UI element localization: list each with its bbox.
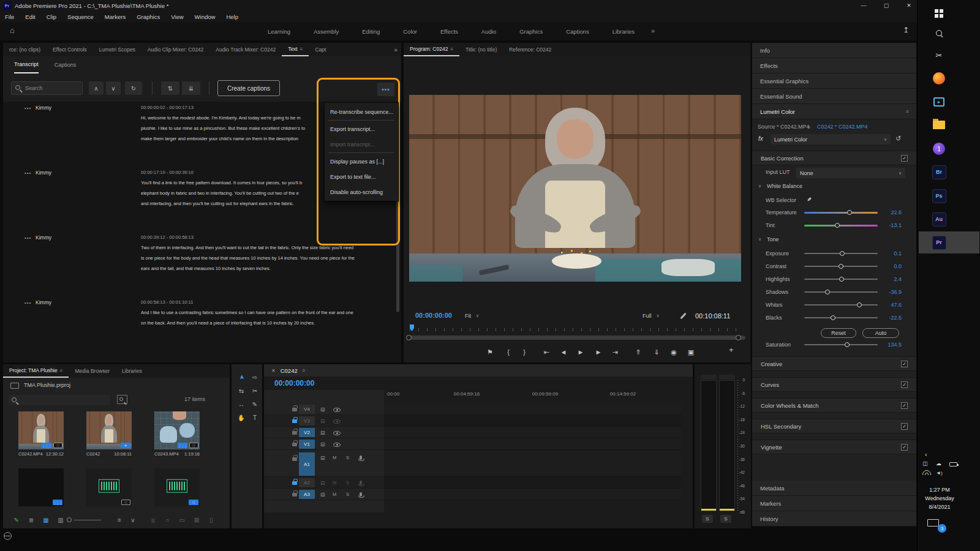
- step-back-icon[interactable]: ◄: [557, 345, 570, 359]
- list-view-icon[interactable]: ≣: [25, 514, 37, 525]
- panel-tab-metadata[interactable]: Metadata: [752, 481, 916, 496]
- automate-to-sequence-icon[interactable]: |||: [147, 514, 159, 525]
- panel-tab-audio-track-mixer-c0242[interactable]: Audio Track Mixer: C0242: [209, 43, 282, 56]
- monitor-tab-title-no-title-[interactable]: Title: (no title): [459, 43, 503, 56]
- track-content-a3[interactable]: [384, 489, 681, 500]
- slider-track[interactable]: [804, 225, 878, 227]
- split-caption-icon[interactable]: ⇅: [161, 81, 179, 95]
- segment-options-icon[interactable]: •••: [24, 105, 31, 111]
- menu-item-disable-auto-scrolling[interactable]: Disable auto-scrolling: [325, 184, 398, 200]
- playback-resolution-dropdown[interactable]: Full∨: [643, 310, 660, 321]
- menu-item-export-to-text-file-[interactable]: Export to text file...: [325, 169, 398, 184]
- panel-menu-icon[interactable]: ≡: [300, 47, 303, 52]
- sync-lock-icon[interactable]: ⊟: [320, 418, 325, 424]
- sync-lock-icon[interactable]: ⊟: [320, 407, 325, 413]
- voiceover-record-icon[interactable]: [360, 481, 362, 485]
- clip-name[interactable]: C0243.MP4: [154, 451, 179, 457]
- zoom-fit-dropdown[interactable]: Fit∨: [465, 310, 479, 321]
- checkbox-icon[interactable]: ✓: [901, 444, 908, 451]
- sync-lock-icon[interactable]: ⊟: [320, 441, 325, 448]
- panel-tab-effect-controls[interactable]: Effect Controls: [47, 43, 93, 56]
- section-color-wheels-match[interactable]: Color Wheels & Match✓: [752, 398, 916, 413]
- sequence-tab[interactable]: C0242: [281, 367, 298, 374]
- slider-track[interactable]: [804, 344, 878, 345]
- firefox-icon[interactable]: [930, 70, 948, 87]
- slider-value-shadows[interactable]: -36.9: [878, 289, 902, 295]
- snipping-tool-icon[interactable]: ✂: [930, 47, 948, 64]
- add-marker-icon[interactable]: ⚑: [483, 345, 497, 359]
- chevron-down-icon[interactable]: ∨: [758, 237, 761, 242]
- segment-options-icon[interactable]: •••: [24, 300, 31, 305]
- maximize-button[interactable]: ▢: [877, 0, 895, 11]
- zoom-slider-handle[interactable]: [67, 517, 72, 522]
- clip-thumbnail[interactable]: ⋮⋮⋮᎒᎒: [154, 411, 200, 449]
- panel-menu-icon[interactable]: ≡: [60, 368, 63, 373]
- segment-options-icon[interactable]: •••: [24, 235, 31, 241]
- lumetri-program-clip-label[interactable]: C0242 * C0242.MP4: [817, 124, 868, 130]
- checkbox-icon[interactable]: ✓: [901, 381, 908, 388]
- workspace-tab-learning[interactable]: Learning: [268, 28, 290, 35]
- pen-tool[interactable]: ✎: [249, 399, 261, 410]
- clip-name[interactable]: C0242: [86, 451, 100, 457]
- new-bin-icon[interactable]: ▭: [176, 514, 188, 525]
- panel-tab-info[interactable]: Info: [752, 43, 916, 58]
- effect-selector-dropdown[interactable]: Lumetri Color∨: [771, 134, 891, 144]
- panel-tab-audio-clip-mixer-c0242[interactable]: Audio Clip Mixer: C0242: [141, 43, 210, 56]
- track-name[interactable]: A2: [299, 478, 315, 487]
- slider-track[interactable]: [804, 317, 878, 318]
- track-header-a3[interactable]: A3⊟MS: [264, 489, 384, 500]
- hand-tool[interactable]: ✋: [235, 412, 247, 423]
- panel-menu-icon[interactable]: ≡: [450, 47, 453, 52]
- windows-start-icon[interactable]: [930, 5, 948, 22]
- track-select-forward-tool[interactable]: ⇨: [249, 372, 261, 383]
- menu-clip[interactable]: Clip: [47, 13, 56, 20]
- project-search-input[interactable]: [9, 395, 110, 405]
- track-output-eye-icon[interactable]: [333, 431, 341, 435]
- taskbar-search-icon[interactable]: [930, 24, 948, 42]
- monitor-tab-reference-c0242[interactable]: Reference: C0242: [503, 43, 557, 56]
- selection-tool[interactable]: ➤: [236, 371, 247, 383]
- menu-item-display-pauses-as-[interactable]: Display pauses as [...]: [325, 154, 398, 169]
- track-content-v4[interactable]: [384, 403, 681, 415]
- freeform-view-icon[interactable]: ▥: [55, 514, 67, 525]
- wifi-icon[interactable]: [922, 470, 931, 475]
- input-lut-dropdown[interactable]: None∨: [796, 168, 905, 178]
- type-tool[interactable]: T: [249, 412, 261, 423]
- export-frame-icon[interactable]: ◉: [667, 345, 680, 359]
- close-icon[interactable]: ✕: [271, 368, 276, 373]
- panel-tab-rce-no-clips-[interactable]: rce: (no clips): [3, 43, 47, 56]
- menu-sequence[interactable]: Sequence: [67, 13, 94, 20]
- project-breadcrumb[interactable]: TMA Plushie.prproj: [24, 382, 70, 388]
- lock-icon[interactable]: [292, 493, 297, 497]
- lumetri-source-label[interactable]: Source * C0242.MP4: [758, 124, 810, 130]
- track-header-v1[interactable]: V1⊟: [264, 438, 384, 450]
- movies-tv-icon[interactable]: ►: [930, 93, 948, 110]
- workspace-tab-graphics[interactable]: Graphics: [519, 28, 543, 35]
- workspace-tab-captions[interactable]: Captions: [566, 28, 589, 35]
- panel-tab-effects[interactable]: Effects: [752, 58, 916, 73]
- menu-item-re-transcribe-sequence-[interactable]: Re-transcribe sequence...: [325, 104, 398, 119]
- slider-value-exposure[interactable]: 0.1: [878, 250, 902, 257]
- audio-clip-thumbnail[interactable]: ᎒᎒: [86, 468, 132, 506]
- icon-view-icon[interactable]: ▦: [40, 514, 52, 525]
- sync-lock-icon[interactable]: ⊟: [320, 455, 325, 461]
- workspace-tab-effects[interactable]: Effects: [440, 28, 458, 35]
- lock-icon[interactable]: [292, 408, 297, 411]
- workspace-tab-assembly[interactable]: Assembly: [314, 28, 339, 35]
- slider-value-tint[interactable]: -13.1: [878, 222, 902, 228]
- onedrive-cloud-icon[interactable]: ☁: [936, 460, 941, 467]
- section-creative[interactable]: Creative✓: [752, 356, 916, 371]
- menu-view[interactable]: View: [171, 13, 183, 20]
- slider-value-saturation[interactable]: 134.5: [878, 342, 902, 348]
- track-name[interactable]: A1: [299, 452, 315, 476]
- chevron-down-icon[interactable]: ∨: [758, 184, 761, 189]
- taskbar-clock[interactable]: 1:27 PM Wednesday 8/4/2021: [918, 485, 962, 511]
- solo-button[interactable]: S: [346, 455, 349, 460]
- extract-icon[interactable]: ⇓: [650, 345, 663, 359]
- delete-icon[interactable]: ▯: [205, 514, 217, 525]
- transcript-search-input[interactable]: Search: [11, 81, 83, 95]
- clip-thumbnail[interactable]: ⧈: [86, 411, 132, 449]
- sync-lock-icon[interactable]: ⊟: [320, 430, 325, 436]
- track-name[interactable]: A3: [299, 490, 315, 499]
- lock-icon[interactable]: [292, 419, 297, 423]
